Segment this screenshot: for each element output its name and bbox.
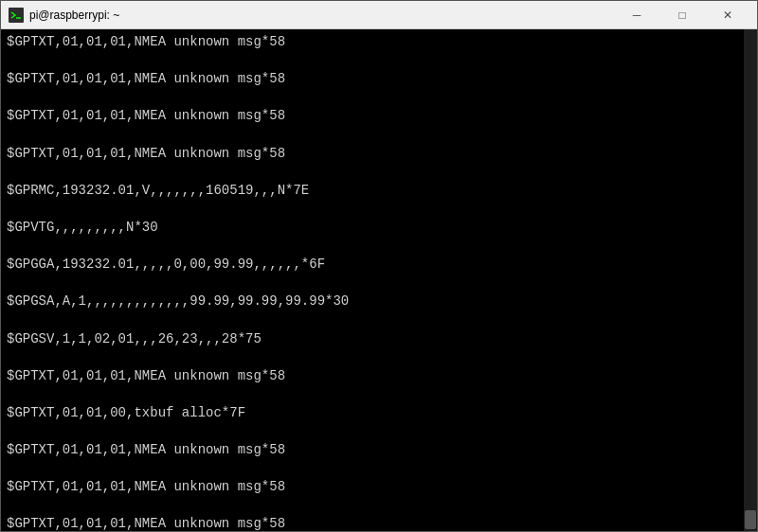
terminal-line: $GPTXT,01,01,01,NMEA unknown msg*58 — [7, 515, 738, 531]
terminal-line: $GPTXT,01,01,01,NMEA unknown msg*58 — [7, 145, 738, 164]
terminal-line: $GPTXT,01,01,01,NMEA unknown msg*58 — [7, 33, 738, 52]
terminal-icon — [9, 8, 24, 23]
terminal-line — [7, 460, 738, 479]
titlebar: pi@raspberrypi: ~ ─ □ ✕ — [1, 1, 757, 29]
terminal-line — [7, 385, 738, 404]
terminal-line — [7, 52, 738, 71]
terminal-line: $GPTXT,01,01,01,NMEA unknown msg*58 — [7, 478, 738, 497]
terminal-line — [7, 311, 738, 330]
terminal-line: $GPRMC,193232.01,V,,,,,,,160519,,,N*7E — [7, 182, 738, 201]
terminal-line: $GPGGA,193232.01,,,,,0,00,99.99,,,,,,*6F — [7, 256, 738, 275]
close-button[interactable]: ✕ — [706, 1, 749, 29]
terminal-line — [7, 275, 738, 293]
terminal-line — [7, 89, 738, 108]
scrollbar-thumb[interactable] — [745, 510, 756, 529]
titlebar-left: pi@raspberrypi: ~ — [9, 8, 119, 23]
terminal-line — [7, 497, 738, 516]
terminal-line: $GPTXT,01,01,01,NMEA unknown msg*58 — [7, 441, 738, 460]
terminal-line — [7, 163, 738, 182]
terminal-line — [7, 200, 738, 219]
terminal-line: $GPGSV,1,1,02,01,,,26,23,,,28*75 — [7, 330, 738, 349]
terminal-line: $GPGSA,A,1,,,,,,,,,,,,,99.99,99.99,99.99… — [7, 293, 738, 311]
terminal-line: $GPVTG,,,,,,,,,N*30 — [7, 219, 738, 238]
terminal-line — [7, 126, 738, 145]
minimize-button[interactable]: ─ — [615, 1, 659, 29]
scrollbar-track[interactable] — [744, 29, 757, 531]
terminal-line — [7, 422, 738, 441]
titlebar-controls: ─ □ ✕ — [615, 1, 749, 29]
terminal-line: $GPTXT,01,01,01,NMEA unknown msg*58 — [7, 367, 738, 386]
terminal-wrapper: $GPTXT,01,01,01,NMEA unknown msg*58$GPTX… — [1, 29, 757, 531]
window-title: pi@raspberrypi: ~ — [29, 9, 119, 22]
terminal-line: $GPTXT,01,01,00,txbuf alloc*7F — [7, 404, 738, 423]
terminal-window: pi@raspberrypi: ~ ─ □ ✕ $GPTXT,01,01,01,… — [0, 0, 758, 532]
terminal-line — [7, 238, 738, 257]
terminal-line: $GPTXT,01,01,01,NMEA unknown msg*58 — [7, 70, 738, 89]
maximize-button[interactable]: □ — [660, 1, 704, 29]
terminal-content[interactable]: $GPTXT,01,01,01,NMEA unknown msg*58$GPTX… — [1, 29, 757, 531]
terminal-line — [7, 348, 738, 367]
terminal-line: $GPTXT,01,01,01,NMEA unknown msg*58 — [7, 107, 738, 126]
